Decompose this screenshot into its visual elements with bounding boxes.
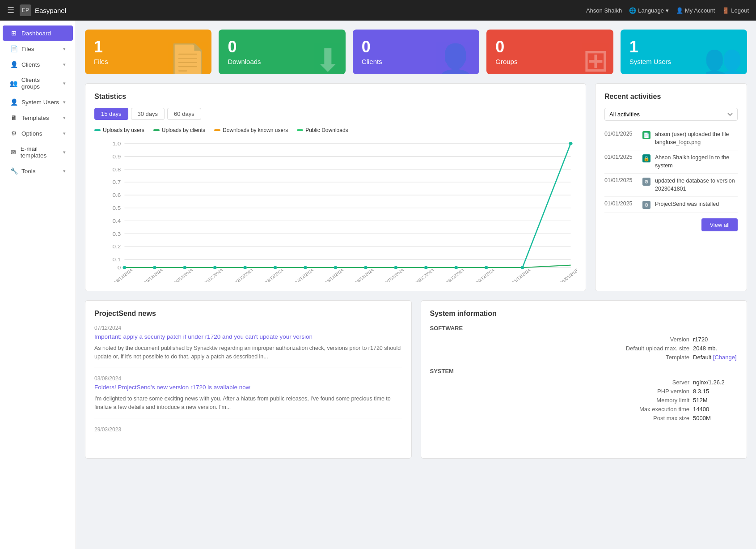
news-title: ProjectSend news <box>94 310 402 318</box>
svg-text:0.8: 0.8 <box>113 167 121 172</box>
time-btn-60[interactable]: 60 days <box>167 108 201 120</box>
svg-point-22 <box>122 266 126 269</box>
view-all-button[interactable]: View all <box>701 218 738 231</box>
stat-card-system-users[interactable]: 1 System Users 👥 <box>621 30 747 74</box>
sysinfo-template-label: Template <box>618 354 689 361</box>
activity-item-0: 01/01/2025 📄 ahson (user) uploaded the f… <box>604 127 738 150</box>
system-users-label: System Users <box>629 58 671 65</box>
dashboard-icon: ⊞ <box>10 30 18 37</box>
sysinfo-version-value: r1720 <box>693 336 738 343</box>
chevron-right-icon: ▾ <box>63 46 66 52</box>
sidebar-item-clients[interactable]: 👤 Clients ▾ <box>3 57 73 72</box>
svg-text:20/12/2024: 20/12/2024 <box>173 268 194 282</box>
sidebar-label-clients: Clients <box>21 61 40 68</box>
navbar-account[interactable]: 👤 My Account <box>676 7 715 14</box>
navbar: ☰ EP Easypanel Ahson Shaikh 🌐 Language ▾… <box>0 0 756 21</box>
svg-text:31/12/2024: 31/12/2024 <box>511 268 532 282</box>
system-section-title: SYSTEM <box>430 368 738 375</box>
news-link-0[interactable]: Important: apply a security patch if und… <box>94 333 402 341</box>
svg-point-27 <box>274 266 277 269</box>
system-users-count: 1 <box>629 39 671 55</box>
svg-text:23/12/2024: 23/12/2024 <box>263 268 284 282</box>
software-section-title: SOFTWARE <box>430 325 738 332</box>
sysinfo-postmax-row: Post max size 5000M <box>430 415 738 421</box>
navbar-logout[interactable]: 🚪 Logout <box>722 7 749 14</box>
sidebar-item-options[interactable]: ⚙ Options ▾ <box>3 126 73 141</box>
activity-item-2: 01/01/2025 ⚙ updated the database to ver… <box>604 174 738 197</box>
activity-date-2: 01/01/2025 <box>604 177 638 193</box>
downloads-label: Downloads <box>228 58 261 65</box>
sysinfo-maxexec-row: Max execution time 14400 <box>430 406 738 413</box>
news-date-2: 29/03/2023 <box>94 426 402 433</box>
recent-activities-title: Recent activities <box>604 93 738 101</box>
activity-icon-2: ⚙ <box>642 178 650 186</box>
sidebar-item-system-users[interactable]: 👤 System Users ▾ <box>3 94 73 110</box>
sysinfo-php-row: PHP version 8.3.15 <box>430 388 738 395</box>
stat-card-clients[interactable]: 0 Clients 👤 <box>353 30 479 74</box>
news-date-1: 03/08/2024 <box>94 375 402 382</box>
chevron-right-icon: ▾ <box>63 149 66 155</box>
options-icon: ⚙ <box>10 130 18 137</box>
sidebar-item-clients-groups[interactable]: 👥 Clients groups ▾ <box>3 72 73 94</box>
time-btn-15[interactable]: 15 days <box>94 108 128 120</box>
sysinfo-php-value: 8.3.15 <box>693 388 738 395</box>
chart-container: 1.0 0.9 0.8 0.7 0.6 0.5 0.4 0.3 0.2 0.1 … <box>94 139 577 282</box>
groups-count: 0 <box>495 39 517 55</box>
hamburger-icon[interactable]: ☰ <box>7 5 14 15</box>
svg-point-33 <box>454 266 458 269</box>
activity-date-1: 01/01/2025 <box>604 154 638 170</box>
sysinfo-memory-label: Memory limit <box>618 397 689 404</box>
svg-point-24 <box>183 266 186 269</box>
main-content: 1 Files 📄 0 Downloads ⬇ 0 Clients 👤 <box>76 21 756 549</box>
sidebar-label-email-templates: E-mail templates <box>21 145 59 159</box>
svg-point-25 <box>213 266 217 269</box>
sysinfo-upload-label: Default upload max. size <box>618 345 689 352</box>
sysinfo-upload-value: 2048 mb. <box>693 345 738 352</box>
news-item-2: 29/03/2023 <box>94 426 402 441</box>
activities-filter[interactable]: All activities Files Clients System User… <box>604 108 738 127</box>
activity-date-0: 01/01/2025 <box>604 131 638 146</box>
svg-point-28 <box>304 266 307 269</box>
news-desc-1: I'm delighted to share some exciting new… <box>94 395 402 412</box>
legend-label-uploads-clients: Uploads by clients <box>162 127 205 133</box>
system-users-icon: 👤 <box>10 98 18 106</box>
activity-icon-0: 📄 <box>642 131 650 139</box>
middle-row: Statistics 15 days 30 days 60 days Uploa… <box>85 83 747 291</box>
sysinfo-memory-value: 512M <box>693 397 738 404</box>
sidebar-label-clients-groups: Clients groups <box>21 77 59 90</box>
sysinfo-maxexec-value: 14400 <box>693 406 738 413</box>
svg-point-34 <box>485 266 488 269</box>
legend-uploads-users: Uploads by users <box>94 127 144 133</box>
logo-icon: EP <box>20 4 31 16</box>
time-btn-30[interactable]: 30 days <box>131 108 165 120</box>
news-item-0: 07/12/2024 Important: apply a security p… <box>94 325 402 367</box>
activity-text-3: ProjectSend was installed <box>655 200 719 209</box>
svg-text:0.2: 0.2 <box>113 244 121 250</box>
sidebar-item-tools[interactable]: 🔧 Tools ▾ <box>3 163 73 179</box>
news-item-1: 03/08/2024 Folders! ProjectSend's new ve… <box>94 375 402 418</box>
navbar-language[interactable]: 🌐 Language ▾ <box>629 7 669 14</box>
sysinfo-server-label: Server <box>618 379 689 386</box>
sysinfo-upload-row: Default upload max. size 2048 mb. <box>430 345 738 352</box>
sidebar-item-email-templates[interactable]: ✉ E-mail templates ▾ <box>3 141 73 163</box>
sidebar-label-system-users: System Users <box>21 99 59 106</box>
statistics-title: Statistics <box>94 93 577 101</box>
template-change-link[interactable]: [Change] <box>713 354 737 361</box>
activities-filter-select[interactable]: All activities Files Clients System User… <box>604 108 738 121</box>
stat-card-files[interactable]: 1 Files 📄 <box>85 30 211 74</box>
sidebar-item-files[interactable]: 📄 Files ▾ <box>3 41 73 56</box>
stat-card-groups[interactable]: 0 Groups ⊞ <box>486 30 613 74</box>
stat-cards: 1 Files 📄 0 Downloads ⬇ 0 Clients 👤 <box>85 30 747 74</box>
sidebar-item-templates[interactable]: 🖥 Templates ▾ <box>3 110 73 125</box>
sysinfo-postmax-value: 5000M <box>693 415 738 421</box>
navbar-right: Ahson Shaikh 🌐 Language ▾ 👤 My Account 🚪… <box>586 7 749 14</box>
software-section: SOFTWARE Version r1720 Default upload ma… <box>430 325 738 361</box>
templates-icon: 🖥 <box>10 114 18 121</box>
sidebar-item-dashboard[interactable]: ⊞ Dashboard <box>3 26 73 41</box>
files-icon: 📄 <box>10 45 18 52</box>
statistics-panel: Statistics 15 days 30 days 60 days Uploa… <box>85 83 586 291</box>
legend-downloads-known: Downloads by known users <box>214 127 288 133</box>
stat-card-downloads[interactable]: 0 Downloads ⬇ <box>219 30 345 74</box>
news-link-1[interactable]: Folders! ProjectSend's new version r1720… <box>94 383 402 392</box>
system-users-card-icon: 👥 <box>704 42 743 74</box>
